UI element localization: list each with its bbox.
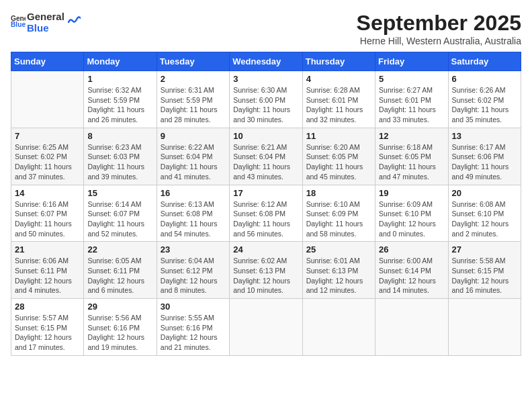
calendar-cell [375, 299, 448, 356]
day-number: 3 [233, 74, 298, 84]
day-number: 8 [87, 131, 152, 141]
calendar-week-row: 14Sunrise: 6:16 AM Sunset: 6:07 PM Dayli… [11, 185, 521, 242]
day-number: 7 [15, 131, 80, 141]
title-area: September 2025 Herne Hill, Western Austr… [357, 11, 521, 46]
day-number: 13 [452, 131, 517, 141]
day-number: 1 [87, 74, 152, 84]
day-info: Sunrise: 6:04 AM Sunset: 6:12 PM Dayligh… [161, 256, 226, 295]
day-info: Sunrise: 6:00 AM Sunset: 6:14 PM Dayligh… [379, 256, 444, 295]
day-number: 29 [87, 302, 152, 312]
weekday-header-friday: Friday [375, 52, 448, 71]
day-number: 27 [452, 244, 517, 255]
calendar-cell: 28Sunrise: 5:57 AM Sunset: 6:15 PM Dayli… [11, 299, 84, 356]
day-info: Sunrise: 6:27 AM Sunset: 6:01 PM Dayligh… [379, 85, 444, 125]
weekday-header-monday: Monday [84, 52, 157, 71]
day-info: Sunrise: 6:23 AM Sunset: 6:03 PM Dayligh… [87, 142, 152, 182]
day-info: Sunrise: 6:18 AM Sunset: 6:05 PM Dayligh… [379, 142, 444, 182]
calendar-cell: 2Sunrise: 6:31 AM Sunset: 5:59 PM Daylig… [157, 71, 229, 128]
day-number: 12 [379, 131, 444, 141]
page-header: General Blue General Blue September 2025… [11, 11, 521, 46]
calendar-cell: 24Sunrise: 6:02 AM Sunset: 6:13 PM Dayli… [230, 242, 302, 299]
calendar-cell: 23Sunrise: 6:04 AM Sunset: 6:12 PM Dayli… [157, 242, 229, 299]
day-info: Sunrise: 6:09 AM Sunset: 6:10 PM Dayligh… [379, 199, 444, 239]
day-info: Sunrise: 6:10 AM Sunset: 6:09 PM Dayligh… [306, 199, 371, 239]
calendar-cell: 8Sunrise: 6:23 AM Sunset: 6:03 PM Daylig… [84, 128, 157, 185]
calendar-cell: 16Sunrise: 6:13 AM Sunset: 6:08 PM Dayli… [157, 185, 229, 242]
calendar-cell: 25Sunrise: 6:01 AM Sunset: 6:13 PM Dayli… [302, 242, 375, 299]
calendar-cell: 11Sunrise: 6:20 AM Sunset: 6:05 PM Dayli… [302, 128, 375, 185]
logo-icon: General Blue [11, 13, 26, 28]
day-info: Sunrise: 6:16 AM Sunset: 6:07 PM Dayligh… [15, 199, 80, 239]
calendar-cell: 4Sunrise: 6:28 AM Sunset: 6:01 PM Daylig… [302, 71, 375, 128]
location-title: Herne Hill, Western Australia, Australia [357, 36, 521, 46]
calendar-week-row: 1Sunrise: 6:32 AM Sunset: 5:59 PM Daylig… [11, 71, 521, 128]
day-number: 16 [161, 188, 226, 198]
day-info: Sunrise: 6:20 AM Sunset: 6:05 PM Dayligh… [306, 142, 371, 182]
calendar-cell: 18Sunrise: 6:10 AM Sunset: 6:09 PM Dayli… [302, 185, 375, 242]
day-number: 22 [87, 244, 152, 255]
calendar-cell: 9Sunrise: 6:22 AM Sunset: 6:04 PM Daylig… [157, 128, 229, 185]
weekday-header-thursday: Thursday [302, 52, 375, 71]
calendar-cell: 26Sunrise: 6:00 AM Sunset: 6:14 PM Dayli… [375, 242, 448, 299]
day-number: 24 [233, 244, 298, 255]
day-number: 30 [161, 302, 226, 312]
day-info: Sunrise: 6:08 AM Sunset: 6:10 PM Dayligh… [452, 199, 517, 239]
calendar-cell: 13Sunrise: 6:17 AM Sunset: 6:06 PM Dayli… [448, 128, 521, 185]
day-info: Sunrise: 6:13 AM Sunset: 6:08 PM Dayligh… [161, 199, 226, 239]
day-number: 18 [306, 188, 371, 198]
day-info: Sunrise: 5:55 AM Sunset: 6:16 PM Dayligh… [161, 313, 226, 353]
day-number: 15 [87, 188, 152, 198]
weekday-header-sunday: Sunday [11, 52, 84, 71]
calendar-cell: 12Sunrise: 6:18 AM Sunset: 6:05 PM Dayli… [375, 128, 448, 185]
day-number: 6 [452, 74, 517, 84]
calendar-cell: 15Sunrise: 6:14 AM Sunset: 6:07 PM Dayli… [84, 185, 157, 242]
day-info: Sunrise: 6:22 AM Sunset: 6:04 PM Dayligh… [161, 142, 226, 182]
day-number: 19 [379, 188, 444, 198]
day-info: Sunrise: 6:25 AM Sunset: 6:02 PM Dayligh… [15, 142, 80, 182]
day-info: Sunrise: 5:57 AM Sunset: 6:15 PM Dayligh… [15, 313, 80, 353]
day-number: 17 [233, 188, 298, 198]
day-number: 28 [15, 302, 80, 312]
calendar-cell: 6Sunrise: 6:26 AM Sunset: 6:02 PM Daylig… [448, 71, 521, 128]
day-number: 20 [452, 188, 517, 198]
calendar-cell: 14Sunrise: 6:16 AM Sunset: 6:07 PM Dayli… [11, 185, 84, 242]
day-info: Sunrise: 6:30 AM Sunset: 6:00 PM Dayligh… [233, 85, 298, 125]
day-number: 25 [306, 244, 371, 255]
day-info: Sunrise: 6:05 AM Sunset: 6:11 PM Dayligh… [87, 256, 152, 295]
calendar-cell [230, 299, 302, 356]
day-info: Sunrise: 6:14 AM Sunset: 6:07 PM Dayligh… [87, 199, 152, 239]
day-info: Sunrise: 6:31 AM Sunset: 5:59 PM Dayligh… [161, 85, 226, 125]
day-info: Sunrise: 5:56 AM Sunset: 6:16 PM Dayligh… [87, 313, 152, 353]
day-info: Sunrise: 6:06 AM Sunset: 6:11 PM Dayligh… [15, 256, 80, 295]
calendar-cell: 29Sunrise: 5:56 AM Sunset: 6:16 PM Dayli… [84, 299, 157, 356]
day-number: 11 [306, 131, 371, 141]
calendar-cell: 20Sunrise: 6:08 AM Sunset: 6:10 PM Dayli… [448, 185, 521, 242]
day-info: Sunrise: 6:28 AM Sunset: 6:01 PM Dayligh… [306, 85, 371, 125]
calendar-cell [302, 299, 375, 356]
calendar-cell: 17Sunrise: 6:12 AM Sunset: 6:08 PM Dayli… [230, 185, 302, 242]
calendar-cell: 30Sunrise: 5:55 AM Sunset: 6:16 PM Dayli… [157, 299, 229, 356]
calendar-cell [448, 299, 521, 356]
month-title: September 2025 [357, 11, 521, 36]
calendar-cell: 10Sunrise: 6:21 AM Sunset: 6:04 PM Dayli… [230, 128, 302, 185]
day-number: 23 [161, 244, 226, 255]
logo-wave-icon [67, 13, 81, 26]
day-info: Sunrise: 6:02 AM Sunset: 6:13 PM Dayligh… [233, 256, 298, 295]
calendar-cell: 7Sunrise: 6:25 AM Sunset: 6:02 PM Daylig… [11, 128, 84, 185]
day-number: 10 [233, 131, 298, 141]
calendar-cell: 3Sunrise: 6:30 AM Sunset: 6:00 PM Daylig… [230, 71, 302, 128]
day-number: 5 [379, 74, 444, 84]
weekday-header-saturday: Saturday [448, 52, 521, 71]
day-number: 21 [15, 244, 80, 255]
day-info: Sunrise: 5:58 AM Sunset: 6:15 PM Dayligh… [452, 256, 517, 295]
calendar-week-row: 28Sunrise: 5:57 AM Sunset: 6:15 PM Dayli… [11, 299, 521, 356]
calendar-week-row: 7Sunrise: 6:25 AM Sunset: 6:02 PM Daylig… [11, 128, 521, 185]
day-number: 4 [306, 74, 371, 84]
logo: General Blue General Blue [11, 11, 81, 34]
day-number: 26 [379, 244, 444, 255]
day-number: 9 [161, 131, 226, 141]
day-info: Sunrise: 6:01 AM Sunset: 6:13 PM Dayligh… [306, 256, 371, 295]
calendar-cell: 5Sunrise: 6:27 AM Sunset: 6:01 PM Daylig… [375, 71, 448, 128]
calendar-table: SundayMondayTuesdayWednesdayThursdayFrid… [11, 52, 521, 356]
day-info: Sunrise: 6:17 AM Sunset: 6:06 PM Dayligh… [452, 142, 517, 182]
